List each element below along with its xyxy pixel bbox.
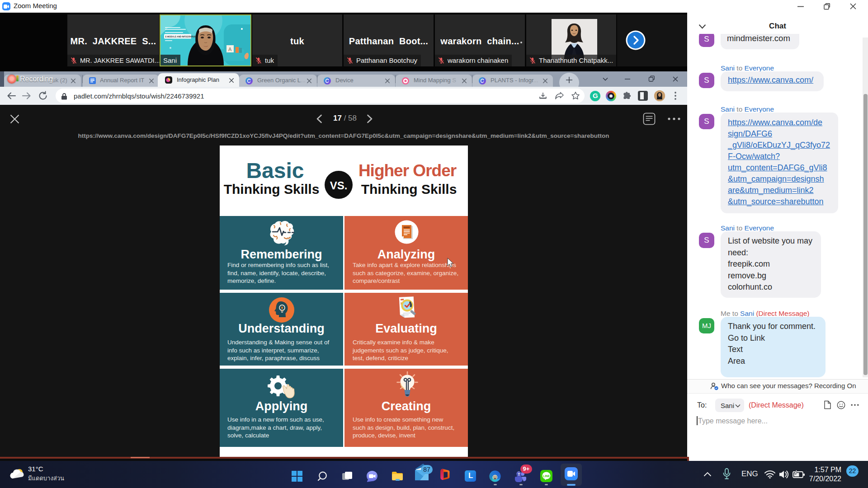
svg-text:A: A xyxy=(228,47,232,52)
svg-text:T: T xyxy=(518,472,520,477)
svg-text:LINE: LINE xyxy=(543,474,550,478)
svg-text:E-MODULE AND INFOGRAPHICS: E-MODULE AND INFOGRAPHICS xyxy=(165,36,198,38)
